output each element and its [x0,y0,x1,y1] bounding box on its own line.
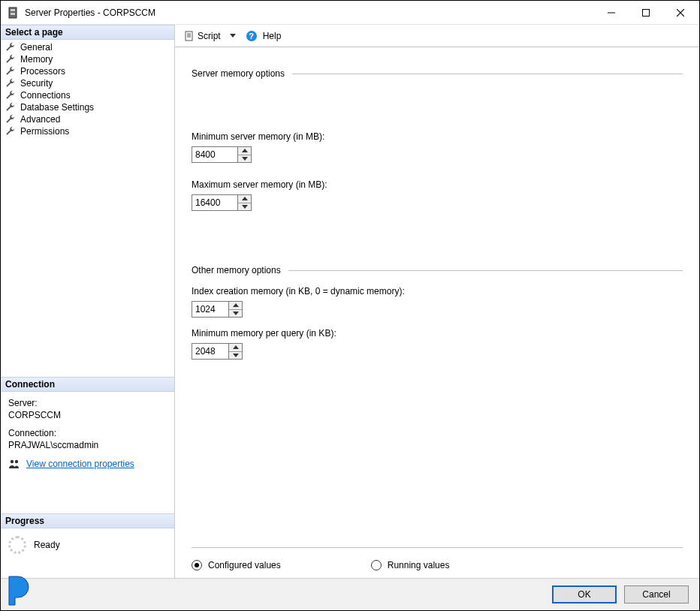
index-memory-field[interactable] [192,302,228,317]
connection-body: Server: CORPSCCM Connection: PRAJWAL\scc… [1,392,174,476]
server-value: CORPSCCM [8,410,167,420]
window-title: Server Properties - CORPSCCM [25,8,594,18]
sidebar-item-label: Advanced [20,114,60,125]
spin-up-icon[interactable] [238,195,251,203]
divider [292,74,683,74]
help-label: Help [263,31,282,41]
svg-rect-9 [186,32,192,41]
sidebar-item-label: Database Settings [20,102,94,113]
maximize-button[interactable] [629,2,663,24]
sidebar-item-permissions[interactable]: Permissions [4,125,171,137]
configured-values-radio[interactable]: Configured values [192,560,281,570]
script-label: Script [198,31,221,41]
toolbar: Script ? Help [175,25,699,47]
page-list: General Memory Processors Security Conne… [1,40,174,139]
spin-up-icon[interactable] [229,302,242,309]
wrench-icon [5,126,16,137]
running-values-label: Running values [388,560,450,570]
query-memory-label: Minimum memory per query (in KB): [192,328,683,339]
max-memory-label: Maximum server memory (in MB): [192,179,683,190]
other-memory-group-label: Other memory options [192,265,281,275]
watermark-logo-icon [3,572,39,608]
minimize-button[interactable] [594,2,629,24]
progress-body: Ready [1,528,174,561]
running-values-radio[interactable]: Running values [371,560,450,570]
view-connection-properties-link[interactable]: View connection properties [26,459,134,469]
sidebar-item-database-settings[interactable]: Database Settings [4,101,171,113]
left-panel: Select a page General Memory Processors … [1,25,175,578]
sidebar-item-label: Memory [20,54,53,65]
sidebar-item-label: Security [20,78,53,89]
wrench-icon [5,114,16,125]
min-memory-input[interactable] [192,146,252,163]
wrench-icon [5,66,16,77]
sidebar-item-memory[interactable]: Memory [4,53,171,65]
progress-status: Ready [34,540,60,550]
content-area: Server memory options Minimum server mem… [175,47,699,578]
sidebar-item-label: Permissions [20,126,69,137]
min-memory-field[interactable] [192,147,237,162]
help-button[interactable]: ? Help [243,29,285,43]
right-panel: Script ? Help Server memory options Mini… [175,25,699,578]
connection-header: Connection [1,377,174,392]
wrench-icon [5,90,16,101]
ok-button[interactable]: OK [552,585,617,603]
sidebar-item-general[interactable]: General [4,41,171,53]
wrench-icon [5,42,16,53]
svg-rect-1 [11,9,15,11]
people-icon [8,458,20,470]
wrench-icon [5,78,16,89]
sidebar-item-connections[interactable]: Connections [4,89,171,101]
script-dropdown-arrow-icon[interactable] [230,34,236,38]
script-icon [184,31,195,41]
window-controls [594,2,698,24]
query-memory-field[interactable] [192,344,228,359]
divider [288,270,683,271]
server-label: Server: [8,398,167,408]
progress-spinner-icon [8,536,26,554]
server-memory-group-label: Server memory options [192,68,285,79]
sidebar-item-label: Connections [20,90,71,101]
progress-header: Progress [1,513,174,528]
min-memory-label: Minimum server memory (in MB): [192,131,683,142]
values-radio-group: Configured values Running values [192,547,683,570]
sidebar-item-advanced[interactable]: Advanced [4,113,171,125]
wrench-icon [5,102,16,113]
select-page-header: Select a page [1,25,174,40]
spin-down-icon[interactable] [229,351,242,360]
script-button[interactable]: Script [181,29,224,43]
svg-rect-4 [643,9,650,16]
sidebar-item-security[interactable]: Security [4,77,171,89]
query-memory-input[interactable] [192,343,243,360]
configured-values-label: Configured values [208,560,281,570]
cancel-button[interactable]: Cancel [624,585,689,603]
dialog-footer: OK Cancel [1,579,699,610]
svg-point-8 [15,460,18,463]
spin-down-icon[interactable] [238,203,251,211]
sidebar-item-processors[interactable]: Processors [4,65,171,77]
max-memory-input[interactable] [192,194,252,211]
index-memory-input[interactable] [192,301,243,318]
sidebar-item-label: Processors [20,66,65,77]
spin-up-icon[interactable] [238,147,251,155]
index-memory-label: Index creation memory (in KB, 0 = dynami… [192,286,683,296]
svg-point-7 [11,460,14,463]
help-icon: ? [246,31,257,41]
svg-rect-2 [11,13,15,15]
titlebar: Server Properties - CORPSCCM [1,1,699,25]
close-button[interactable] [663,2,698,24]
connection-label: Connection: [8,428,167,438]
connection-value: PRAJWAL\sccmadmin [8,440,167,450]
spin-up-icon[interactable] [229,344,242,351]
server-icon [7,7,19,19]
sidebar-item-label: General [20,42,53,53]
spin-down-icon[interactable] [238,155,251,163]
max-memory-field[interactable] [192,195,237,210]
spin-down-icon[interactable] [229,309,242,318]
wrench-icon [5,54,16,65]
radio-icon [371,560,382,570]
radio-icon [192,560,202,570]
